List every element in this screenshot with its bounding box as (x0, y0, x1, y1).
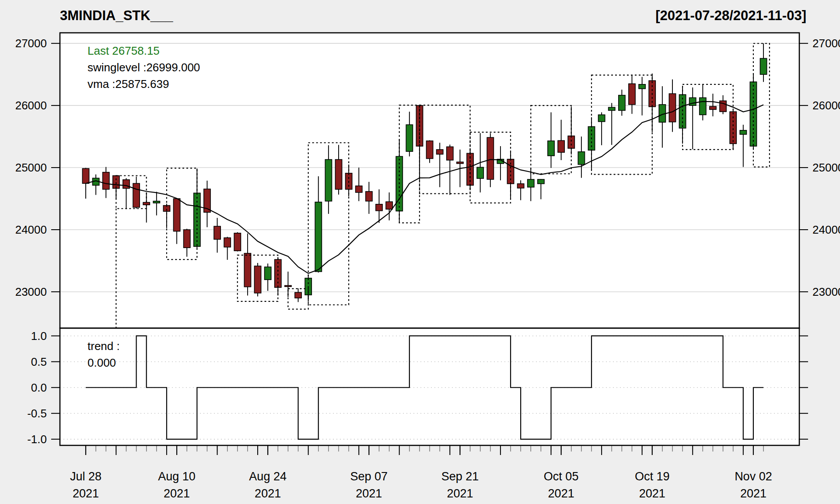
main-panel-background (60, 33, 799, 328)
candle-body (234, 233, 241, 251)
x-axis-date-label: Jul 28 (70, 470, 102, 483)
x-axis-date-label: Aug 24 (249, 470, 287, 483)
candle-body (173, 199, 180, 231)
x-axis-date-label: Aug 10 (158, 470, 196, 483)
candle-body (82, 168, 89, 183)
candle-body (224, 238, 231, 247)
chart-title: 3MINDIA_STK___ (60, 8, 173, 23)
candle-body (598, 115, 605, 122)
trend-axis-label: 0.5 (31, 355, 47, 368)
trend-legend-label: trend : (88, 340, 120, 353)
candle-body (669, 94, 676, 122)
candle-body (639, 84, 645, 89)
candle-body (386, 202, 392, 209)
candle-body (406, 125, 413, 151)
legend-last-value: Last 26758.15 (88, 44, 160, 57)
y-axis-label-right: 25000 (812, 161, 840, 174)
candle-body (103, 172, 109, 189)
candle-body (254, 266, 261, 293)
price-chart-svg: 2700027000260002600025000250002400024000… (0, 0, 840, 504)
candle-body (376, 204, 382, 211)
y-axis-label-right: 23000 (812, 285, 840, 298)
candle-body (285, 286, 291, 287)
candle-body (710, 106, 716, 109)
candle-body (760, 58, 766, 74)
y-axis-label-left: 25000 (15, 161, 47, 174)
candle-body (477, 167, 483, 178)
candle-body (335, 160, 342, 189)
trend-legend-value: 0.000 (88, 356, 116, 369)
x-axis-year-label: 2021 (447, 487, 473, 500)
candle-body (720, 101, 726, 112)
candle-body (265, 267, 271, 280)
candle-body (214, 226, 220, 239)
trend-axis-label: -0.5 (27, 407, 47, 420)
trend-axis-label: -1.0 (27, 433, 47, 446)
x-axis-date-label: Oct 19 (635, 470, 670, 483)
x-axis-date-label: Oct 05 (544, 470, 579, 483)
x-axis-year-label: 2021 (548, 487, 574, 500)
candle-body (325, 160, 332, 201)
candle-body (578, 152, 584, 164)
y-axis-label-right: 24000 (812, 223, 840, 236)
x-axis-date-label: Nov 02 (735, 470, 772, 483)
x-axis-year-label: 2021 (164, 487, 190, 500)
candle-body (629, 84, 635, 105)
candle-body (366, 192, 372, 201)
x-axis-year-label: 2021 (356, 487, 382, 500)
y-axis-label-left: 26000 (15, 99, 47, 112)
x-axis-date-label: Sep 21 (441, 470, 479, 483)
chart-container: 2700027000260002600025000250002400024000… (0, 0, 840, 504)
candle-body (457, 162, 463, 164)
candle-body (740, 130, 746, 134)
candle-body (487, 137, 494, 179)
y-axis-label-left: 24000 (15, 223, 47, 236)
trend-axis-label: 1.0 (31, 329, 47, 343)
candle-body (123, 180, 130, 189)
candle-body (558, 140, 564, 152)
candle-body (184, 230, 190, 248)
candle-body (244, 253, 251, 287)
legend-swinglevel: swinglevel :26999.000 (88, 61, 200, 74)
candle-body (568, 136, 574, 148)
candle-body (295, 292, 301, 298)
candle-body (528, 179, 534, 187)
candle-body (356, 186, 362, 192)
x-axis-year-label: 2021 (740, 487, 766, 500)
candle-body (153, 201, 160, 203)
x-axis-year-label: 2021 (73, 487, 99, 500)
x-axis-year-label: 2021 (255, 487, 281, 500)
y-axis-label-right: 26000 (812, 99, 840, 112)
candle-body (700, 98, 706, 115)
y-axis-label-right: 27000 (812, 37, 840, 50)
candle-body (619, 95, 625, 111)
y-axis-label-left: 27000 (15, 37, 47, 50)
candle-body (548, 141, 554, 156)
candle-body (133, 183, 140, 207)
candle-body (538, 179, 544, 184)
y-axis-label-left: 23000 (15, 285, 47, 298)
candle-body (609, 107, 615, 110)
candle-body (437, 150, 443, 154)
candle-body (426, 141, 433, 158)
legend-vma: vma :25875.639 (88, 77, 169, 91)
candle-body (679, 94, 686, 128)
date-range-label: [2021-07-28/2021-11-03] (655, 8, 806, 23)
trend-axis-label: 0.0 (31, 381, 47, 394)
x-axis-date-label: Sep 07 (350, 470, 388, 483)
x-axis-year-label: 2021 (639, 487, 665, 500)
trend-panel-background (60, 328, 799, 445)
candle-body (447, 147, 453, 160)
candle-body (518, 184, 524, 188)
candle-body (315, 202, 322, 272)
